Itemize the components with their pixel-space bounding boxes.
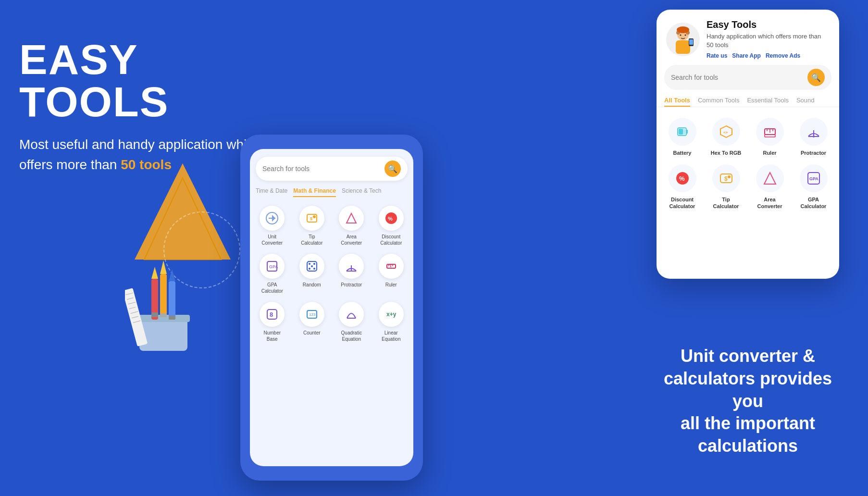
tool-ruler[interactable]: Ruler [373,250,410,298]
area-converter-label: AreaConverter [341,234,362,246]
tab-math-finance[interactable]: Math & Finance [293,186,336,197]
svg-text:123: 123 [309,312,316,317]
tool-grid-row2: GPA GPACalculator Random [250,250,413,298]
tab-time-date[interactable]: Time & Date [256,186,287,197]
tip-calculator-label: TipCalculator [301,234,322,246]
right-search-input[interactable] [671,74,807,81]
right-gpa-icon: GPA [800,164,828,192]
svg-point-37 [313,268,315,270]
hex-rgb-icon: <> [712,118,740,146]
right-bottom-text: Unit converter &calculators provides you… [657,345,839,458]
right-tool-discount[interactable]: % DiscountCalculator [662,161,702,214]
svg-text:GPA: GPA [809,176,818,181]
svg-text:%: % [679,175,685,182]
svg-rect-10 [169,281,175,320]
tab-all-tools[interactable]: All Tools [664,95,690,107]
phone-right-mockup: Easy Tools Handy application which offer… [657,10,839,279]
phone-search-bar[interactable]: 🔍 [256,157,408,181]
right-tool-area[interactable]: AreaConverter [750,161,790,214]
random-icon [299,254,324,279]
svg-marker-5 [151,267,158,279]
hex-rgb-label: Hex To RGB [711,149,741,156]
svg-rect-60 [689,39,693,45]
linear-equation-icon: x+y [379,302,404,327]
right-protractor-label: Protractor [801,149,826,156]
remove-ads-link[interactable]: Remove Ads [766,52,800,59]
phone-left-mockup: 🔍 Time & Date Math & Finance Science & T… [240,135,423,481]
tool-linear-equation[interactable]: x+y LinearEquation [373,298,410,346]
right-tip-label: TipCalculator [713,196,739,210]
phone-left-inner: 🔍 Time & Date Math & Finance Science & T… [250,149,413,466]
svg-point-35 [313,263,315,265]
ruler-label: Ruler [385,282,397,288]
right-search-button[interactable]: 🔍 [807,69,825,86]
right-area-label: AreaConverter [757,196,782,210]
protractor-label: Protractor [341,282,362,288]
tool-tip-calculator[interactable]: $ TipCalculator [294,202,331,250]
battery-icon [669,118,696,146]
svg-point-81 [728,175,731,178]
battery-label: Battery [673,149,692,156]
tab-science-tech[interactable]: Science & Tech [342,186,382,197]
svg-text:$: $ [310,216,312,221]
right-tool-hex-rgb[interactable]: <> Hex To RGB [706,114,746,160]
svg-rect-7 [160,274,167,317]
phone-tabs: Time & Date Math & Finance Science & Tec… [250,186,413,197]
tab-common-tools[interactable]: Common Tools [698,95,739,107]
svg-point-36 [309,268,310,270]
svg-point-26 [313,215,316,218]
svg-point-76 [813,136,815,137]
tool-number-base[interactable]: 8 NumberBase [254,298,291,346]
main-title: EASY TOOLS [19,38,298,123]
counter-label: Counter [303,330,321,336]
tool-random[interactable]: Random [294,250,331,298]
tool-protractor[interactable]: Protractor [333,250,370,298]
tool-grid-row3: 8 NumberBase 123 Counter [250,298,413,346]
svg-text:GPA: GPA [269,264,278,269]
right-tool-gpa[interactable]: GPA GPACalculator [794,161,833,214]
tab-essential-tools[interactable]: Essential Tools [747,95,788,107]
svg-rect-62 [686,130,688,134]
svg-marker-27 [347,213,356,223]
share-app-link[interactable]: Share App [732,52,761,59]
phone-search-button[interactable]: 🔍 [384,161,401,177]
tool-grid-row1: UnitConverter $ TipCalculator [250,202,413,250]
right-gpa-label: GPACalculator [801,196,827,210]
right-tool-protractor[interactable]: Protractor [794,114,833,160]
svg-marker-82 [764,173,776,184]
tool-counter[interactable]: 123 Counter [294,298,331,346]
right-tool-battery[interactable]: Battery [662,114,702,160]
svg-text:$: $ [724,175,728,182]
phone-search-input[interactable] [262,165,384,173]
svg-marker-8 [160,260,167,274]
right-tool-tip[interactable]: $ TipCalculator [706,161,746,214]
right-tip-icon: $ [712,164,740,192]
right-search-bar[interactable]: 🔍 [664,65,831,90]
tool-unit-converter[interactable]: UnitConverter [254,202,291,250]
quadratic-icon [339,302,364,327]
rate-us-link[interactable]: Rate us [707,52,727,59]
svg-marker-23 [272,215,275,222]
right-discount-label: DiscountCalculator [670,196,695,210]
tab-sound[interactable]: Sound [796,95,815,107]
right-ruler-icon [756,118,784,146]
svg-marker-11 [169,269,175,281]
number-base-icon: 8 [260,302,285,327]
svg-rect-12 [169,316,175,320]
svg-point-34 [309,263,310,265]
random-label: Random [303,282,321,288]
app-name: Easy Tools [707,19,830,30]
ruler-icon [379,254,404,279]
right-tool-grid-row1: Battery <> Hex To RGB [657,114,839,160]
tool-area-converter[interactable]: AreaConverter [333,202,370,250]
right-tool-ruler[interactable]: Ruler [750,114,790,160]
svg-text:%: % [388,216,393,222]
app-links: Rate us Share App Remove Ads [707,52,830,59]
app-header: Easy Tools Handy application which offer… [657,10,839,65]
number-base-label: NumberBase [263,330,281,342]
svg-rect-6 [151,312,158,317]
tool-quadratic[interactable]: QuadraticEquation [333,298,370,346]
tool-gpa-calculator[interactable]: GPA GPACalculator [254,250,291,298]
tool-discount-calculator[interactable]: % DiscountCalculator [373,202,410,250]
unit-converter-label: UnitConverter [261,234,283,246]
